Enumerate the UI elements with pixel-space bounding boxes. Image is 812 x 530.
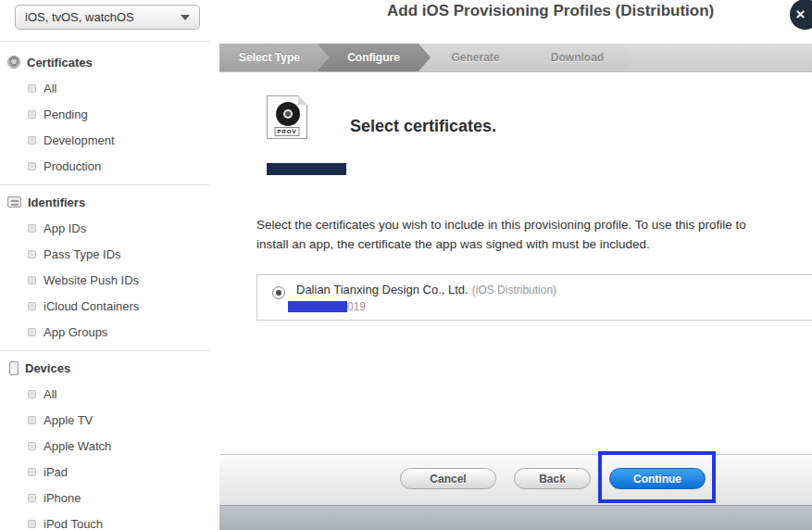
step-download: Download xyxy=(520,44,634,71)
redaction-bar-blue xyxy=(288,301,347,312)
sidebar-item-production[interactable]: Production xyxy=(0,153,219,179)
sidebar-item-label: iPad xyxy=(44,465,68,479)
section-title: Identifiers xyxy=(28,196,85,209)
item-bullet-icon xyxy=(28,468,36,476)
sidebar-item-certificates-all[interactable]: All xyxy=(0,75,219,101)
sidebar-item-label: Pending xyxy=(44,107,88,121)
sidebar-item-app-groups[interactable]: App Groups xyxy=(0,319,219,345)
sidebar-item-icloud-containers[interactable]: iCloud Containers xyxy=(0,293,219,319)
sidebar-item-label: Production xyxy=(44,159,101,173)
app-window: iOS, tvOS, watchOS Certificates All Pend… xyxy=(0,0,812,530)
sidebar-divider xyxy=(0,184,209,185)
id-badge-icon xyxy=(7,196,21,208)
page-heading: Select certificates. xyxy=(350,117,496,136)
provisioning-profile-icon: PROV xyxy=(267,95,307,139)
platform-dropdown[interactable]: iOS, tvOS, watchOS xyxy=(15,5,200,30)
sidebar-divider xyxy=(0,41,209,42)
sidebar-item-ipod-touch[interactable]: iPod Touch xyxy=(0,511,219,530)
item-bullet-icon xyxy=(28,416,36,424)
item-bullet-icon xyxy=(28,84,36,93)
item-bullet-icon xyxy=(28,302,36,310)
prov-icon-label: PROV xyxy=(274,127,299,136)
sidebar-item-label: Apple Watch xyxy=(44,439,111,453)
sidebar-item-label: iPod Touch xyxy=(44,517,103,530)
sidebar-item-label: All xyxy=(44,387,56,401)
sidebar-item-label: App Groups xyxy=(44,325,107,339)
section-title: Certificates xyxy=(27,56,93,69)
sidebar-section-certificates[interactable]: Certificates xyxy=(0,49,219,75)
certificate-row[interactable]: Dalian Tianxing Design Co., Ltd.(iOS Dis… xyxy=(256,274,812,321)
device-icon xyxy=(9,361,19,375)
item-bullet-icon xyxy=(28,250,36,259)
sidebar-item-apple-watch[interactable]: Apple Watch xyxy=(0,433,219,459)
sidebar: iOS, tvOS, watchOS Certificates All Pend… xyxy=(0,0,219,530)
sidebar-section-devices[interactable]: Devices xyxy=(0,355,219,381)
item-bullet-icon xyxy=(28,328,36,336)
sidebar-item-label: Apple TV xyxy=(44,413,93,427)
item-bullet-icon xyxy=(28,390,36,398)
continue-button[interactable]: Continue xyxy=(609,468,706,489)
page-background-strip xyxy=(219,505,812,530)
sidebar-item-app-ids[interactable]: App IDs xyxy=(0,215,219,241)
sidebar-item-label: All xyxy=(44,82,56,95)
sidebar-item-label: Pass Type IDs xyxy=(44,247,121,261)
page-fold-icon xyxy=(298,95,307,105)
sidebar-item-devices-all[interactable]: All xyxy=(0,381,219,407)
certificate-name-text: Dalian Tianxing Design Co., Ltd. xyxy=(296,283,468,297)
sidebar-item-label: Website Push IDs xyxy=(44,273,139,287)
sidebar-item-website-push-ids[interactable]: Website Push IDs xyxy=(0,267,219,293)
wizard-steps: Select Type Configure Generate Download xyxy=(219,44,812,72)
redaction-bar-dark xyxy=(267,163,346,175)
add-provisioning-profile-modal: Add iOS Provisioning Profiles (Distribut… xyxy=(219,0,812,530)
certificate-name: Dalian Tianxing Design Co., Ltd.(iOS Dis… xyxy=(296,283,556,297)
modal-title: Add iOS Provisioning Profiles (Distribut… xyxy=(387,0,714,22)
sidebar-item-development[interactable]: Development xyxy=(0,127,219,153)
description-text: Select the certificates you wish to incl… xyxy=(256,215,812,254)
description-line-2: install an app, the certificate the app … xyxy=(256,234,812,254)
sidebar-item-label: iPhone xyxy=(44,491,81,505)
close-icon[interactable]: × xyxy=(790,0,812,30)
sidebar-section-identifiers[interactable]: Identifiers xyxy=(0,189,219,215)
description-line-1: Select the certificates you wish to incl… xyxy=(256,215,812,234)
cancel-button[interactable]: Cancel xyxy=(400,468,496,489)
sidebar-item-pass-type-ids[interactable]: Pass Type IDs xyxy=(0,241,219,267)
seal-icon xyxy=(276,102,300,126)
sidebar-item-label: App IDs xyxy=(44,221,86,235)
certificate-type: (iOS Distribution) xyxy=(472,284,556,297)
platform-dropdown-label: iOS, tvOS, watchOS xyxy=(25,10,134,24)
item-bullet-icon xyxy=(28,110,36,119)
sidebar-item-label: iCloud Containers xyxy=(44,299,139,313)
back-button[interactable]: Back xyxy=(514,468,591,489)
seal-inner-ring xyxy=(283,109,293,119)
sidebar-item-pending[interactable]: Pending xyxy=(0,101,219,127)
certificate-expiry-text: 019 xyxy=(347,300,366,313)
sidebar-item-ipad[interactable]: iPad xyxy=(0,459,219,485)
step-generate: Generate xyxy=(418,44,532,71)
sidebar-divider xyxy=(0,350,209,351)
certificate-icon xyxy=(7,56,20,69)
modal-footer: Cancel Back Continue xyxy=(219,454,812,505)
item-bullet-icon xyxy=(28,224,36,233)
section-title: Devices xyxy=(25,361,70,375)
item-bullet-icon xyxy=(28,162,36,170)
item-bullet-icon xyxy=(28,276,36,284)
step-select-type: Select Type xyxy=(219,44,329,71)
sidebar-item-iphone[interactable]: iPhone xyxy=(0,485,219,511)
certificate-radio-selected[interactable] xyxy=(272,286,285,299)
step-configure: Configure xyxy=(317,44,431,71)
sidebar-item-apple-tv[interactable]: Apple TV xyxy=(0,407,219,433)
item-bullet-icon xyxy=(28,494,36,502)
item-bullet-icon xyxy=(28,136,36,145)
chevron-down-icon xyxy=(181,15,190,20)
item-bullet-icon xyxy=(28,520,36,528)
sidebar-item-label: Development xyxy=(44,133,115,147)
item-bullet-icon xyxy=(28,442,36,450)
certificate-expiry-row: 019 xyxy=(288,300,366,313)
